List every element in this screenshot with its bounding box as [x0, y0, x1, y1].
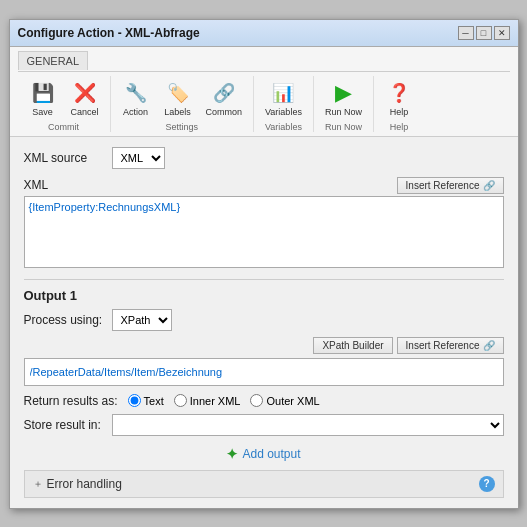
- error-handling-label: Error handling: [47, 477, 122, 491]
- insert-ref-label: Insert Reference: [406, 180, 480, 191]
- configure-action-window: Configure Action - XML-Abfrage ─ □ ✕ GEN…: [9, 19, 519, 509]
- add-output-label: Add output: [242, 447, 300, 461]
- save-button[interactable]: 💾 Save: [24, 76, 62, 120]
- xml-source-select[interactable]: XML: [112, 147, 165, 169]
- xpath-builder-label: XPath Builder: [322, 340, 383, 351]
- ribbon-content: 💾 Save ❌ Cancel Commit 🔧 Action: [18, 71, 510, 136]
- xpath-buttons-row: XPath Builder Insert Reference 🔗: [24, 337, 504, 354]
- process-using-label: Process using:: [24, 313, 104, 327]
- action-button[interactable]: 🔧 Action: [117, 76, 155, 120]
- settings-group-label: Settings: [166, 122, 199, 132]
- help-button[interactable]: ❓ Help: [380, 76, 418, 120]
- title-bar: Configure Action - XML-Abfrage ─ □ ✕: [10, 20, 518, 47]
- xpath-insert-reference-button[interactable]: Insert Reference 🔗: [397, 337, 504, 354]
- return-results-label: Return results as:: [24, 394, 118, 408]
- error-handling-help-icon[interactable]: ?: [479, 476, 495, 492]
- close-button[interactable]: ✕: [494, 26, 510, 40]
- help-buttons: ❓ Help: [380, 76, 418, 120]
- cancel-icon: ❌: [71, 79, 99, 107]
- variables-label: Variables: [265, 107, 302, 117]
- error-handling-left: ＋ Error handling: [33, 477, 122, 491]
- xml-source-label: XML source: [24, 151, 104, 165]
- labels-icon: 🏷️: [164, 79, 192, 107]
- radio-outer-xml-item: Outer XML: [250, 394, 319, 407]
- radio-text-item: Text: [128, 394, 164, 407]
- expand-icon: ＋: [33, 477, 43, 491]
- window-title: Configure Action - XML-Abfrage: [18, 26, 200, 40]
- save-label: Save: [32, 107, 53, 117]
- labels-button[interactable]: 🏷️ Labels: [159, 76, 197, 120]
- xml-textarea[interactable]: {ItemProperty:RechnungsXML}: [24, 196, 504, 268]
- variables-buttons: 📊 Variables: [260, 76, 307, 120]
- store-result-label: Store result in:: [24, 418, 104, 432]
- variables-button[interactable]: 📊 Variables: [260, 76, 307, 120]
- help-group: ❓ Help Help: [374, 76, 424, 132]
- output-section-title: Output 1: [24, 288, 504, 303]
- run-now-group-label: Run Now: [325, 122, 362, 132]
- insert-ref-icon: 🔗: [483, 180, 495, 191]
- settings-buttons: 🔧 Action 🏷️ Labels 🔗 Common: [117, 76, 248, 120]
- ribbon: GENERAL 💾 Save ❌ Cancel Commit: [10, 47, 518, 137]
- process-using-row: Process using: XPath: [24, 309, 504, 331]
- maximize-button[interactable]: □: [476, 26, 492, 40]
- main-content: XML source XML XML Insert Reference 🔗 {I…: [10, 137, 518, 508]
- return-radio-group: Text Inner XML Outer XML: [128, 394, 320, 407]
- settings-group: 🔧 Action 🏷️ Labels 🔗 Common Settings: [111, 76, 255, 132]
- radio-inner-xml-item: Inner XML: [174, 394, 241, 407]
- add-output-button[interactable]: ✦ Add output: [226, 446, 300, 462]
- run-now-button[interactable]: ▶ Run Now: [320, 76, 367, 120]
- common-label: Common: [206, 107, 243, 117]
- run-icon: ▶: [329, 79, 357, 107]
- radio-text-label: Text: [144, 395, 164, 407]
- xml-section: XML Insert Reference 🔗 {ItemProperty:Rec…: [24, 177, 504, 271]
- run-now-group: ▶ Run Now Run Now: [314, 76, 374, 132]
- save-icon: 💾: [29, 79, 57, 107]
- common-icon: 🔗: [210, 79, 238, 107]
- xpath-insert-ref-label: Insert Reference: [406, 340, 480, 351]
- xml-source-row: XML source XML: [24, 147, 504, 169]
- store-result-select[interactable]: [112, 414, 504, 436]
- commit-group-label: Commit: [48, 122, 79, 132]
- variables-group: 📊 Variables Variables: [254, 76, 314, 132]
- radio-inner-xml[interactable]: [174, 394, 187, 407]
- commit-group: 💾 Save ❌ Cancel Commit: [18, 76, 111, 132]
- xml-field-label: XML: [24, 178, 104, 192]
- divider1: [24, 279, 504, 280]
- general-tab[interactable]: GENERAL: [18, 51, 89, 70]
- cancel-button[interactable]: ❌ Cancel: [66, 76, 104, 120]
- radio-outer-xml[interactable]: [250, 394, 263, 407]
- return-results-row: Return results as: Text Inner XML Outer …: [24, 394, 504, 408]
- add-output-plus-icon: ✦: [226, 446, 238, 462]
- xpath-input[interactable]: [24, 358, 504, 386]
- add-output-row: ✦ Add output: [24, 446, 504, 462]
- help-icon: ❓: [385, 79, 413, 107]
- common-button[interactable]: 🔗 Common: [201, 76, 248, 120]
- variables-icon: 📊: [269, 79, 297, 107]
- help-label: Help: [390, 107, 409, 117]
- variables-group-label: Variables: [265, 122, 302, 132]
- cancel-label: Cancel: [71, 107, 99, 117]
- insert-reference-button[interactable]: Insert Reference 🔗: [397, 177, 504, 194]
- xpath-builder-button[interactable]: XPath Builder: [313, 337, 392, 354]
- action-label: Action: [123, 107, 148, 117]
- minimize-button[interactable]: ─: [458, 26, 474, 40]
- help-group-label: Help: [390, 122, 409, 132]
- radio-text[interactable]: [128, 394, 141, 407]
- window-controls: ─ □ ✕: [458, 26, 510, 40]
- radio-outer-xml-label: Outer XML: [266, 395, 319, 407]
- xml-label-row: XML Insert Reference 🔗: [24, 177, 504, 194]
- labels-label: Labels: [164, 107, 191, 117]
- process-using-select[interactable]: XPath: [112, 309, 172, 331]
- store-result-row: Store result in:: [24, 414, 504, 436]
- xpath-insert-ref-icon: 🔗: [483, 340, 495, 351]
- commit-buttons: 💾 Save ❌ Cancel: [24, 76, 104, 120]
- error-handling-section[interactable]: ＋ Error handling ?: [24, 470, 504, 498]
- radio-inner-xml-label: Inner XML: [190, 395, 241, 407]
- run-now-buttons: ▶ Run Now: [320, 76, 367, 120]
- action-icon: 🔧: [122, 79, 150, 107]
- run-label: Run Now: [325, 107, 362, 117]
